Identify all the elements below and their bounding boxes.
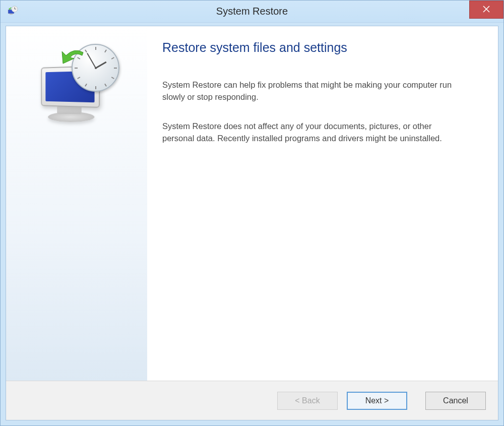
intro-paragraph-2: System Restore does not affect any of yo… xyxy=(162,120,465,145)
wizard-main: Restore system files and settings System… xyxy=(147,26,498,381)
intro-paragraph-1: System Restore can help fix problems tha… xyxy=(162,79,465,103)
content-area: Restore system files and settings System… xyxy=(6,26,498,381)
page-heading: Restore system files and settings xyxy=(162,40,478,55)
titlebar: System Restore xyxy=(1,1,503,23)
wizard-sidebar xyxy=(6,26,147,381)
window-title: System Restore xyxy=(216,6,288,17)
cancel-button[interactable]: Cancel xyxy=(425,392,486,410)
restore-graphic-icon xyxy=(34,41,119,122)
client-area: Restore system files and settings System… xyxy=(6,26,498,420)
svg-rect-1 xyxy=(10,14,13,15)
back-button: < Back xyxy=(277,392,338,410)
next-button[interactable]: Next > xyxy=(347,392,407,410)
close-button[interactable] xyxy=(469,1,503,19)
system-restore-window: System Restore xyxy=(0,0,504,426)
system-restore-icon xyxy=(7,6,19,18)
close-icon xyxy=(483,5,490,15)
wizard-footer: < Back Next > Cancel xyxy=(6,381,498,420)
